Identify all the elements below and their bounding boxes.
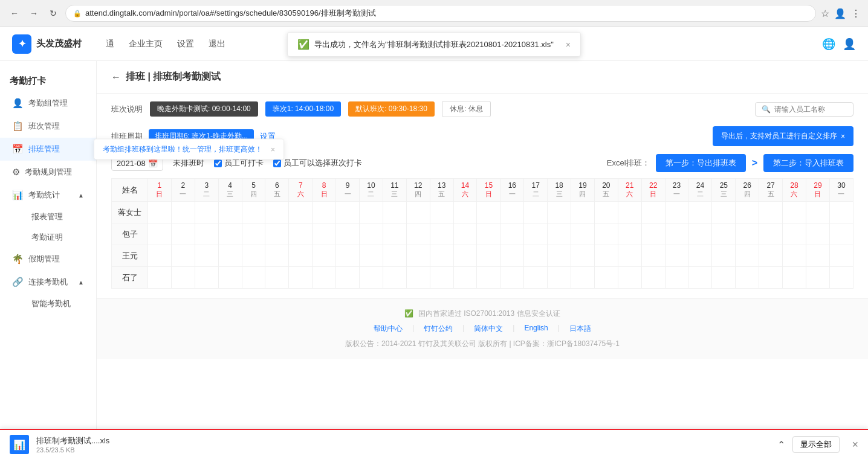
sidebar-item-proof[interactable]: 考勤证明 [24, 227, 96, 248]
calendar-cell[interactable] [665, 223, 688, 245]
calendar-cell[interactable] [477, 223, 500, 245]
calendar-cell[interactable] [336, 223, 360, 245]
toast-close-button[interactable]: × [566, 40, 571, 50]
calendar-cell[interactable] [571, 202, 595, 223]
calendar-cell[interactable] [453, 245, 477, 267]
calendar-cell[interactable] [242, 223, 265, 245]
english-link[interactable]: English [524, 324, 548, 334]
calendar-cell[interactable] [500, 245, 524, 267]
calendar-cell[interactable] [430, 223, 453, 245]
shift-badge-0[interactable]: 晚走外勤卡测试: 09:00-14:00 [150, 101, 258, 117]
calendar-cell[interactable] [383, 267, 406, 289]
forward-button[interactable]: → [27, 6, 41, 21]
calendar-cell[interactable] [148, 267, 172, 289]
calendar-cell[interactable] [148, 245, 172, 267]
sidebar-item-rules[interactable]: ⚙ 考勤规则管理 [0, 161, 96, 184]
calendar-cell[interactable] [430, 267, 453, 289]
calendar-cell[interactable] [665, 245, 688, 267]
calendar-cell[interactable] [360, 267, 383, 289]
calendar-cell[interactable] [806, 202, 829, 223]
calendar-cell[interactable] [783, 245, 806, 267]
calendar-cell[interactable] [829, 223, 853, 245]
calendar-cell[interactable] [783, 267, 806, 289]
calendar-cell[interactable] [736, 267, 759, 289]
nav-设置[interactable]: 设置 [177, 36, 194, 52]
calendar-cell[interactable] [477, 245, 500, 267]
calendar-cell[interactable] [500, 202, 524, 223]
calendar-cell[interactable] [618, 267, 641, 289]
calendar-cell[interactable] [171, 202, 195, 223]
calendar-cell[interactable] [406, 202, 430, 223]
employee-choose-checkbox[interactable] [273, 159, 281, 167]
calendar-cell[interactable] [759, 202, 783, 223]
calendar-cell[interactable] [712, 267, 736, 289]
calendar-cell[interactable] [336, 202, 360, 223]
calendar-cell[interactable] [736, 223, 759, 245]
calendar-cell[interactable] [383, 245, 406, 267]
calendar-cell[interactable] [265, 223, 289, 245]
calendar-cell[interactable] [806, 267, 829, 289]
reload-button[interactable]: ↻ [46, 6, 60, 21]
calendar-cell[interactable] [265, 245, 289, 267]
calendar-cell[interactable] [736, 245, 759, 267]
calendar-cell[interactable] [806, 245, 829, 267]
sidebar-item-statistics[interactable]: 📊 考勤统计 ▲ [0, 184, 96, 207]
calendar-cell[interactable] [242, 245, 265, 267]
calendar-cell[interactable] [313, 245, 336, 267]
calendar-cell[interactable] [665, 202, 688, 223]
calendar-cell[interactable] [641, 202, 665, 223]
search-box[interactable]: 🔍 [755, 102, 853, 117]
calendar-cell[interactable] [477, 202, 500, 223]
star-icon[interactable]: ☆ [821, 8, 829, 19]
calendar-cell[interactable] [289, 223, 313, 245]
calendar-cell[interactable] [618, 223, 641, 245]
download-close-button[interactable]: × [852, 438, 858, 451]
calendar-cell[interactable] [524, 245, 548, 267]
calendar-cell[interactable] [548, 245, 571, 267]
calendar-cell[interactable] [524, 223, 548, 245]
calendar-cell[interactable] [360, 245, 383, 267]
calendar-cell[interactable] [148, 202, 172, 223]
calendar-cell[interactable] [641, 245, 665, 267]
back-button[interactable]: ← [7, 6, 22, 21]
calendar-cell[interactable] [618, 245, 641, 267]
calendar-cell[interactable] [171, 245, 195, 267]
calendar-cell[interactable] [688, 223, 712, 245]
help-link[interactable]: 帮助中心 [374, 324, 403, 334]
calendar-cell[interactable] [218, 245, 242, 267]
menu-icon[interactable]: ⋮ [851, 8, 861, 19]
calendar-cell[interactable] [783, 223, 806, 245]
calendar-cell[interactable] [524, 267, 548, 289]
calendar-cell[interactable] [759, 267, 783, 289]
calendar-cell[interactable] [548, 202, 571, 223]
search-input[interactable] [774, 105, 847, 114]
calendar-cell[interactable] [712, 245, 736, 267]
calendar-cell[interactable] [242, 202, 265, 223]
employee-clock-checkbox[interactable] [214, 159, 222, 167]
calendar-cell[interactable] [665, 267, 688, 289]
nav-企业主页[interactable]: 企业主页 [129, 36, 163, 52]
table-row[interactable]: 王元 [112, 245, 853, 267]
calendar-cell[interactable] [500, 267, 524, 289]
calendar-cell[interactable] [594, 245, 618, 267]
calendar-cell[interactable] [218, 267, 242, 289]
sidebar-item-scheduling[interactable]: 📅 排班管理 考勤组排班移到这里啦！统一管理，排班更高效！ × [0, 138, 96, 161]
calendar-cell[interactable] [618, 202, 641, 223]
calendar-cell[interactable] [313, 267, 336, 289]
employee-choose-label[interactable]: 员工可以选择班次打卡 [273, 158, 362, 169]
calendar-cell[interactable] [783, 202, 806, 223]
calendar-cell[interactable] [641, 267, 665, 289]
calendar-cell[interactable] [641, 223, 665, 245]
calendar-cell[interactable] [242, 267, 265, 289]
calendar-cell[interactable] [736, 202, 759, 223]
sidebar-item-machine[interactable]: 🔗 连接考勤机 ▲ [0, 271, 96, 294]
calendar-cell[interactable] [336, 245, 360, 267]
calendar-cell[interactable] [218, 223, 242, 245]
calendar-cell[interactable] [195, 245, 218, 267]
calendar-cell[interactable] [453, 223, 477, 245]
calendar-cell[interactable] [360, 223, 383, 245]
calendar-cell[interactable] [548, 267, 571, 289]
calendar-cell[interactable] [383, 202, 406, 223]
url-bar[interactable]: 🔒 attend.dingtalk.com/admin/portal/oa#/s… [65, 5, 816, 22]
japanese-link[interactable]: 日本語 [569, 324, 591, 334]
